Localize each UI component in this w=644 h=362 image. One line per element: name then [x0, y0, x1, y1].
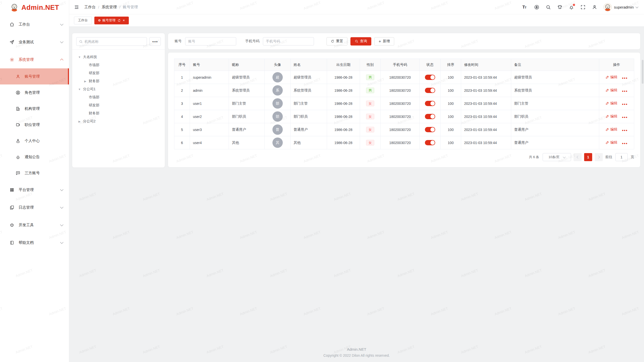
- tree-node[interactable]: 研发部: [74, 69, 163, 77]
- edit-button[interactable]: 编辑: [606, 127, 617, 132]
- search-icon[interactable]: [546, 5, 551, 10]
- col-modified: 修改时间: [461, 59, 511, 71]
- notification-bell-icon[interactable]: [569, 5, 574, 10]
- cell-nickname: 系统管理员: [229, 84, 265, 97]
- status-toggle[interactable]: [425, 88, 435, 93]
- sidebar-item-business-test[interactable]: 业务测试: [0, 33, 69, 51]
- edit-button[interactable]: 编辑: [606, 88, 617, 93]
- cell-account: user3: [190, 123, 229, 136]
- close-tab-icon[interactable]: ×: [123, 19, 125, 22]
- gear-icon: [10, 57, 14, 62]
- edit-button[interactable]: 编辑: [606, 101, 617, 106]
- edit-pencil-icon: [606, 128, 609, 131]
- cell-birthdate: 1986-06-28: [327, 123, 360, 136]
- sidebar-item-help-docs[interactable]: 帮助文档: [0, 234, 69, 251]
- profile-icon[interactable]: [592, 5, 597, 10]
- status-toggle[interactable]: [425, 75, 435, 80]
- page-size-select[interactable]: 10条/页: [543, 153, 571, 161]
- language-icon[interactable]: [534, 5, 539, 10]
- edit-button[interactable]: 编辑: [606, 140, 617, 145]
- refresh-tab-icon[interactable]: [117, 19, 121, 22]
- status-toggle[interactable]: [425, 114, 435, 119]
- cell-phone: 18020030720: [381, 71, 420, 84]
- row-more-button[interactable]: ●●●: [622, 76, 628, 79]
- tab-account-mgmt[interactable]: 账号管理 ×: [94, 17, 129, 24]
- app-logo[interactable]: Admin.NET: [0, 0, 69, 15]
- status-toggle[interactable]: [425, 101, 435, 106]
- caret-down-icon[interactable]: ▼: [77, 56, 82, 59]
- sidebar-item-platform-mgmt[interactable]: 平台管理: [0, 181, 69, 199]
- tree-node[interactable]: 研发部: [74, 101, 163, 109]
- prev-page-button[interactable]: [574, 153, 582, 161]
- caret-right-icon[interactable]: ▶: [83, 80, 88, 83]
- font-size-icon[interactable]: TT: [522, 5, 528, 10]
- sidebar-item-notice[interactable]: 通知公告: [0, 149, 69, 165]
- org-search-input[interactable]: [85, 39, 144, 43]
- edit-button[interactable]: 编辑: [606, 75, 617, 79]
- sidebar-item-profile-center[interactable]: 个人中心: [0, 133, 69, 149]
- org-more-button[interactable]: ●●●: [149, 37, 161, 46]
- caret-down-icon[interactable]: ▼: [77, 88, 82, 91]
- collapse-sidebar-icon[interactable]: [74, 5, 79, 10]
- tree-node[interactable]: 市场部: [74, 61, 163, 69]
- row-more-button[interactable]: ●●●: [622, 116, 628, 119]
- sidebar-item-account-mgmt[interactable]: 账号管理: [0, 68, 69, 84]
- phone-input[interactable]: [263, 37, 314, 46]
- book-icon: [10, 240, 14, 245]
- cell-avatar: 部: [265, 110, 291, 123]
- tree-node-root[interactable]: ▶分公司2: [74, 117, 163, 125]
- sidebar-item-log-mgmt[interactable]: 日志管理: [0, 199, 69, 216]
- table-row: 4 user2 部门职员 部 部门职员 1986-06-28 女 1802003…: [174, 110, 634, 123]
- tree-node-root[interactable]: ▼分公司1: [74, 85, 163, 93]
- cell-account: superadmin: [190, 71, 229, 84]
- status-toggle[interactable]: [425, 140, 435, 145]
- theme-icon[interactable]: [557, 5, 562, 10]
- reset-button[interactable]: 重置: [327, 37, 347, 46]
- sidebar-item-dev-tools[interactable]: 开发工具: [0, 216, 69, 234]
- tree-node[interactable]: 财务部: [74, 109, 163, 117]
- cell-modified: 2023-01-03 10:59:44: [461, 123, 511, 136]
- org-panel-header: ●●●: [72, 33, 165, 50]
- tree-node[interactable]: ▶财务部: [74, 77, 163, 85]
- cell-birthdate: 1986-06-28: [327, 136, 360, 149]
- cell-index: 4: [174, 110, 190, 123]
- row-more-button[interactable]: ●●●: [622, 89, 628, 93]
- fullscreen-icon[interactable]: [580, 5, 586, 10]
- page-number-button[interactable]: 1: [584, 153, 592, 161]
- next-page-button[interactable]: [595, 153, 603, 161]
- caret-right-icon[interactable]: ▶: [77, 120, 82, 123]
- gender-badge: 女: [366, 140, 374, 146]
- edit-button[interactable]: 编辑: [606, 114, 617, 119]
- sidebar-item-position-mgmt[interactable]: 职位管理: [0, 117, 69, 133]
- tree-node[interactable]: 市场部: [74, 93, 163, 101]
- scrollbar-thumb[interactable]: [642, 60, 643, 84]
- chevron-up-icon: [60, 59, 63, 62]
- breadcrumb-workbench[interactable]: 工作台: [84, 5, 96, 10]
- sidebar-item-thirdparty-account[interactable]: 三方账号: [0, 165, 69, 181]
- search-button[interactable]: 查询: [350, 37, 371, 46]
- status-toggle[interactable]: [425, 127, 435, 132]
- tree-node-root[interactable]: ▼大名科技: [74, 53, 163, 61]
- breadcrumb-system-mgmt[interactable]: 系统管理: [102, 5, 117, 10]
- row-more-button[interactable]: ●●●: [622, 142, 628, 145]
- sidebar-item-system-mgmt[interactable]: 系统管理: [0, 51, 69, 68]
- sidebar-item-workbench[interactable]: 工作台: [0, 16, 69, 33]
- account-input[interactable]: [185, 37, 236, 46]
- add-button[interactable]: + 新增: [374, 37, 394, 46]
- avatar: 系: [272, 85, 283, 96]
- tab-workbench[interactable]: 工作台: [74, 17, 92, 24]
- cell-status: [420, 97, 440, 110]
- row-more-button[interactable]: ●●●: [622, 129, 628, 132]
- sidebar-item-role-mgmt[interactable]: 角色管理: [0, 84, 69, 101]
- goto-page-input[interactable]: [615, 153, 628, 161]
- sidebar: Admin.NET 工作台 业务测试 系统管理 账号管理: [0, 0, 69, 362]
- user-menu[interactable]: superadmin: [603, 3, 638, 11]
- row-more-button[interactable]: ●●●: [622, 103, 628, 106]
- username: superadmin: [614, 5, 634, 9]
- cell-actions: 编辑 ●●●: [599, 84, 634, 97]
- cell-index: 6: [174, 136, 190, 149]
- col-account: 账号: [190, 59, 229, 71]
- sidebar-item-org-mgmt[interactable]: 机构管理: [0, 101, 69, 117]
- cell-status: [420, 71, 440, 84]
- cell-modified: 2023-01-03 10:59:44: [461, 110, 511, 123]
